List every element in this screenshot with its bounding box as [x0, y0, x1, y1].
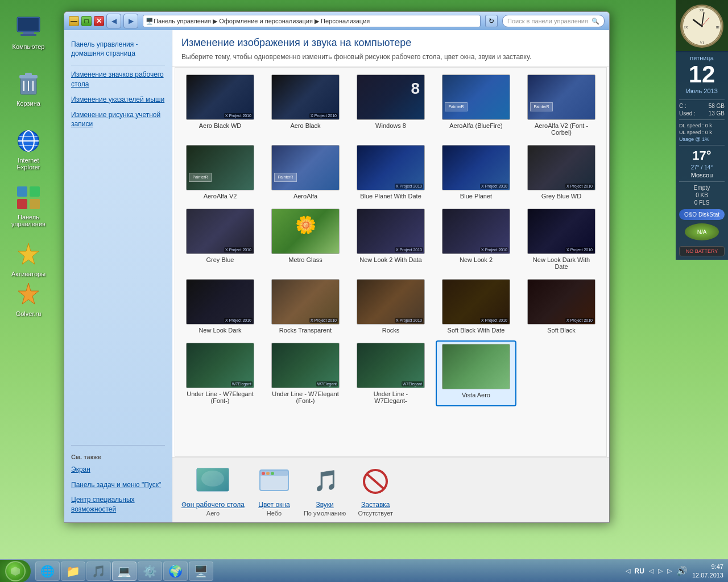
- svg-rect-15: [17, 186, 27, 197]
- theme-item-new-look-date[interactable]: X Project 2010New Look 2 With Data: [350, 206, 431, 272]
- theme-item-blue-planet-date[interactable]: X Project 2010Blue Planet With Date: [350, 143, 431, 202]
- taskbar-item-folder[interactable]: 📁: [61, 562, 85, 581]
- theme-item-grey-blue[interactable]: X Project 2010Grey Blue: [180, 206, 260, 272]
- taskbar-play[interactable]: ▷: [658, 567, 663, 575]
- sidebar-also-link-1[interactable]: Панель задач и меню "Пуск": [64, 478, 172, 492]
- theme-label-vista-aero: Vista Aero: [462, 392, 490, 398]
- xproject-badge: X Project 2010: [565, 318, 594, 323]
- toolbar-screensaver[interactable]: Заставка Отсутствует: [357, 463, 394, 517]
- xproject-badge: X Project 2010: [395, 184, 423, 189]
- sidebar-link-0[interactable]: Изменение значков рабочего стола: [64, 68, 172, 92]
- sidebar-also-link-2[interactable]: Центр специальных возможностей: [64, 493, 172, 517]
- trash-label: Корзина: [16, 100, 40, 107]
- xproject-badge: X Project 2010: [309, 318, 338, 323]
- taskbar-volume[interactable]: 🔊: [676, 566, 688, 576]
- address-refresh-button[interactable]: ↻: [485, 15, 498, 27]
- taskbar-ie-icon: 🌐: [40, 564, 55, 578]
- theme-item-vista-aero[interactable]: Vista Aero: [436, 340, 516, 406]
- sidebar-also-link-0[interactable]: Экран: [64, 463, 172, 477]
- desktop-icon-computer[interactable]: Компьютер: [6, 11, 51, 52]
- taskbar-item-monitor[interactable]: 🖥️: [189, 562, 213, 581]
- theme-item-blue-planet[interactable]: X Project 2010Blue Planet: [436, 143, 516, 202]
- ie-label: Internet Explorer: [8, 157, 49, 171]
- theme-item-metro[interactable]: 🌼Metro Glass: [265, 206, 346, 272]
- content-subtitle: Выберите тему, чтобы одновременно измени…: [181, 52, 600, 62]
- taskbar-chevron[interactable]: ◁: [626, 567, 630, 575]
- computer-icon: [15, 14, 42, 41]
- activators-label: Активаторы: [11, 271, 46, 277]
- address-text: Панель управления ▶ Оформление и персона…: [154, 18, 370, 25]
- desktop-icon-control-panel[interactable]: Панель управления: [6, 182, 51, 230]
- wallpaper-sublabel: Aero: [206, 510, 220, 517]
- sidebar-home-link[interactable]: Панель управления - домашняя страница: [64, 36, 172, 63]
- desktop-icon-trash[interactable]: Корзина: [6, 68, 51, 109]
- xproject-badge: X Project 2010: [395, 247, 423, 252]
- theme-item-windows8[interactable]: 8Windows 8: [350, 72, 431, 138]
- desktop-icon-ie[interactable]: Internet Explorer: [6, 125, 51, 173]
- forward-button[interactable]: ▶: [123, 14, 138, 28]
- close-button[interactable]: ✕: [94, 16, 104, 26]
- desktop-icon-activators[interactable]: Активаторы: [6, 239, 51, 280]
- address-bar[interactable]: 🖥️ Панель управления ▶ Оформление и перс…: [143, 15, 481, 27]
- diskstat-button[interactable]: O&O DiskStat: [679, 209, 725, 220]
- theme-item-aero-alfa-blue[interactable]: PainterRAeroAlfa (BlueFire): [436, 72, 516, 138]
- sidebar-link-2[interactable]: Изменение рисунка учетной записи: [64, 108, 172, 132]
- start-button[interactable]: [0, 560, 31, 583]
- theme-item-soft-black[interactable]: X Project 2010Soft Black: [521, 277, 602, 336]
- theme-item-aero-black[interactable]: X Project 2010Aero Black: [265, 72, 346, 138]
- theme-item-aero-alfa-v2-font[interactable]: PainterRAeroAlfa V2 (Font - Corbel): [521, 72, 602, 138]
- ie-icon: [15, 127, 42, 155]
- theme-label-new-look-dark-date: New Look Dark With Date: [527, 256, 595, 270]
- theme-label-underline-w7: Under Line - W7Elegant-: [357, 390, 425, 404]
- theme-item-aero-alfa[interactable]: PainterRAeroAlfa: [265, 143, 346, 202]
- theme-item-rocks-transparent[interactable]: X Project 2010Rocks Transparent: [265, 277, 346, 336]
- activators-icon: [15, 241, 42, 268]
- theme-item-underline-w7-font2[interactable]: W7ElegantUnder Line - W7Elegant (Font-): [265, 340, 346, 406]
- toolbar-window-color[interactable]: Цвет окна Небо: [256, 463, 292, 517]
- toolbar-wallpaper[interactable]: Фон рабочего стола Aero: [181, 463, 245, 517]
- theme-thumb-vista-aero: [442, 344, 510, 389]
- xproject-badge: X Project 2010: [224, 247, 253, 252]
- minimize-button[interactable]: —: [69, 16, 79, 26]
- theme-item-aero-alfa-v2[interactable]: PainterRAeroAlfa V2: [180, 143, 260, 202]
- theme-label-blue-planet-date: Blue Planet With Date: [360, 193, 421, 199]
- taskbar-item-network[interactable]: 🌍: [163, 562, 188, 581]
- sidebar-link-1[interactable]: Изменение указателей мыши: [64, 93, 172, 107]
- taskbar-item-media[interactable]: 🎵: [86, 562, 111, 581]
- taskbar-arrow-right[interactable]: ▷: [667, 567, 672, 575]
- taskbar-item-settings[interactable]: ⚙️: [138, 562, 162, 581]
- clock-face: XII III VI IX: [680, 5, 723, 48]
- theme-label-new-look-dark: New Look Dark: [198, 327, 241, 334]
- theme-item-rocks[interactable]: X Project 2010Rocks: [350, 277, 431, 336]
- theme-item-soft-black-date[interactable]: X Project 2010Soft Black With Date: [436, 277, 516, 336]
- screensaver-label: Заставка: [361, 501, 390, 509]
- xproject-badge: W7Elegant: [231, 381, 253, 386]
- toolbar-sounds[interactable]: 🎵 Звуки По умолчанию: [304, 463, 346, 517]
- svg-rect-18: [30, 199, 40, 209]
- taskbar-item-ie[interactable]: 🌐: [35, 562, 60, 581]
- theme-item-new-look-dark-date[interactable]: X Project 2010New Look Dark With Date: [521, 206, 602, 272]
- search-icon: 🔍: [592, 18, 599, 25]
- theme-grid-container[interactable]: X Project 2010Aero Black WDX Project 201…: [175, 67, 607, 457]
- back-button[interactable]: ◀: [106, 14, 121, 28]
- theme-label-new-look-date: New Look 2 With Data: [359, 256, 421, 263]
- search-bar[interactable]: Поиск в панели управления 🔍: [502, 15, 605, 27]
- theme-item-underline-w7-font1[interactable]: W7ElegantUnder Line - W7Elegant (Font-): [180, 340, 260, 406]
- taskbar-arrow-left[interactable]: ◁: [649, 567, 653, 575]
- theme-item-grey-blue-wd[interactable]: X Project 2010Grey Blue WD: [521, 143, 602, 202]
- desktop-icon-golver[interactable]: Golver.ru: [6, 278, 51, 319]
- xproject-badge: X Project 2010: [309, 113, 338, 118]
- theme-item-underline-w7[interactable]: W7ElegantUnder Line - W7Elegant-: [350, 340, 431, 406]
- maximize-button[interactable]: □: [81, 16, 92, 26]
- widget-used-label: Used :: [679, 110, 696, 117]
- theme-item-new-look-dark[interactable]: X Project 2010New Look Dark: [180, 277, 260, 336]
- theme-label-underline-w7-font1: Under Line - W7Elegant (Font-): [186, 390, 254, 404]
- taskbar-item-computer[interactable]: 💻: [112, 562, 136, 581]
- theme-item-new-look-2[interactable]: X Project 2010New Look 2: [436, 206, 516, 272]
- theme-label-soft-black: Soft Black: [547, 327, 576, 334]
- svg-text:XII: XII: [700, 8, 705, 12]
- widget-dl: DL speed : 0 k: [679, 123, 725, 128]
- widget-recycle-files: 0 FLS: [679, 199, 725, 206]
- theme-item-aero-black-wd[interactable]: X Project 2010Aero Black WD: [180, 72, 260, 138]
- theme-label-windows8: Windows 8: [375, 122, 406, 129]
